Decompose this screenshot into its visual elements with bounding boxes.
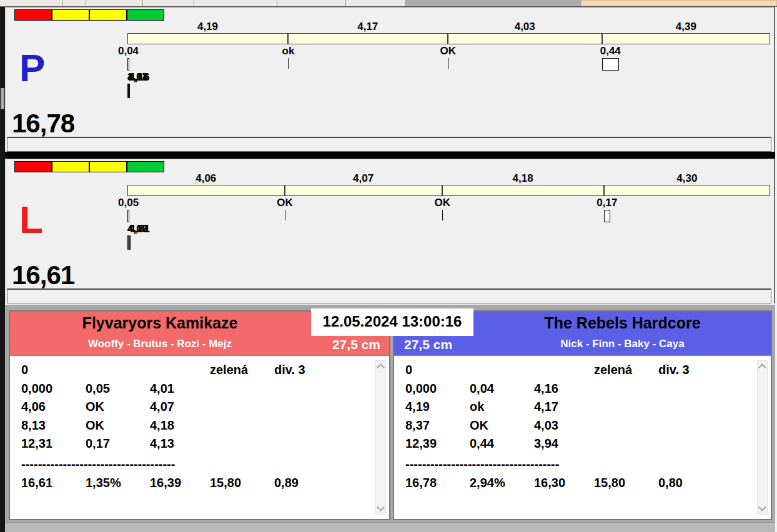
table-row: 0,000 0,05 4,01 (21, 380, 389, 398)
start-cell: 0 (405, 361, 470, 380)
leg-bar-segment (127, 235, 129, 250)
table-row: 4,19 ok 4,17 (405, 398, 771, 416)
lane-l-section: L 4,06 4,07 4,18 4,30 0,05 OK OK 0,17 4,… (5, 159, 775, 303)
change-marker (448, 58, 448, 69)
table-row: 0,000 0,04 4,16 (405, 380, 771, 398)
split-time-label: 4,17 (288, 21, 448, 32)
split-bar-segment (448, 33, 602, 44)
change-marker (285, 210, 285, 220)
split-bar-segment (288, 33, 448, 44)
split-bar-segment (602, 33, 770, 44)
results-table: 0 zelená div. 3 0,000 0,05 4,01 4,06 OK … (10, 355, 389, 519)
lane-empty-strip (7, 288, 771, 303)
lane-letter: P (19, 49, 45, 87)
traffic-light-yellow-2 (89, 161, 127, 172)
lane-empty-strip (7, 137, 771, 152)
table-separator: ------------------------------------- (21, 457, 389, 471)
change-label: ok (260, 46, 316, 57)
section-divider (5, 152, 775, 159)
leg-time-label: 4,13 (127, 224, 148, 235)
change-marker (127, 210, 129, 222)
results-table: 0 zelená div. 3 0,000 0,04 4,16 4,19 ok … (394, 355, 771, 519)
jump-height: 27,5 cm (332, 337, 380, 352)
scroll-up-icon[interactable] (377, 363, 385, 372)
change-marker (288, 58, 289, 69)
table-row: 8,13 OK 4,18 (21, 416, 389, 435)
results-area: Flyvaryors Kamikaze Wooffy - Brutus - Ro… (5, 305, 775, 532)
split-time-label: 4,19 (127, 21, 288, 32)
team-name: The Rebels Hardcore (474, 313, 771, 332)
lane-p-section: P 4,19 4,17 4,03 4,39 0,04 ok OK 0,44 4,… (5, 7, 775, 152)
split-bar-segment (604, 185, 770, 196)
strip-peach-block (581, 0, 777, 6)
traffic-light-red (14, 9, 52, 21)
scroll-down-icon[interactable] (377, 503, 385, 511)
table-row: 4,06 OK 4,07 (21, 398, 389, 416)
table-row: 12,31 0,17 4,13 (21, 435, 389, 453)
window-left-edge (0, 7, 5, 532)
team-panel-left: Flyvaryors Kamikaze Wooffy - Brutus - Ro… (9, 310, 390, 520)
scroll-down-icon[interactable] (758, 503, 766, 511)
lane-total-time: 16,78 (12, 111, 74, 137)
change-label: 0,05 (101, 197, 157, 209)
lane-total-time: 16,61 (12, 262, 74, 288)
split-bar-segment (127, 33, 288, 44)
split-time-label: 4,30 (604, 173, 770, 184)
split-time-label: 4,03 (448, 21, 602, 32)
split-time-label: 4,06 (127, 173, 285, 184)
split-bar-segment (442, 185, 604, 196)
split-bar-segment (285, 185, 442, 196)
change-marker (442, 210, 443, 220)
team-name: Flyvaryors Kamikaze (10, 313, 310, 332)
change-label: OK (420, 46, 476, 57)
strip-separator (86, 0, 86, 6)
table-scrollbar[interactable] (757, 360, 768, 515)
start-cell: 0 (21, 361, 86, 380)
division-cell: div. 3 (658, 361, 771, 380)
lane-color-cell: zelená (594, 361, 658, 380)
table-scrollbar[interactable] (375, 360, 386, 515)
lane-bar-area: 4,06 4,07 4,18 4,30 0,05 OK OK 0,17 4,01… (127, 159, 770, 259)
strip-separator (142, 0, 143, 6)
lane-bar-area: 4,19 4,17 4,03 4,39 0,04 ok OK 0,44 4,16… (127, 7, 770, 107)
leg-bar-segment (127, 84, 129, 98)
change-marker (127, 58, 129, 71)
table-info-row: 0 zelená div. 3 (405, 361, 771, 380)
change-label: OK (257, 197, 313, 209)
dog-names: Nick - Finn - Baky - Caya (474, 337, 771, 352)
change-marker (604, 210, 611, 222)
leg-bar-segment (129, 235, 131, 250)
split-time-label: 4,07 (285, 173, 442, 184)
background-window-strip (0, 0, 777, 7)
change-marker (602, 58, 619, 71)
lane-letter: L (19, 200, 43, 239)
change-label: 0,04 (101, 46, 157, 57)
change-label: 0,44 (582, 46, 638, 57)
table-totals-row: 16,61 1,35% 16,39 15,80 0,89 (21, 472, 389, 493)
traffic-light-yellow-1 (52, 9, 89, 21)
leg-bar-segment (129, 84, 130, 98)
split-time-label: 4,18 (442, 173, 604, 184)
table-info-row: 0 zelená div. 3 (21, 361, 389, 380)
split-bar-segment (127, 185, 285, 196)
table-separator: ------------------------------------- (405, 457, 771, 471)
lane-color-cell: zelená (210, 361, 274, 380)
table-row: 12,39 0,44 3,94 (405, 435, 771, 453)
strip-separator (194, 0, 194, 6)
traffic-light-red (14, 161, 52, 172)
team-panel-right: The Rebels Hardcore Nick - Finn - Baky -… (393, 310, 772, 520)
table-totals-row: 16,78 2,94% 16,30 15,80 0,80 (405, 472, 771, 493)
table-row: 8,37 OK 4,03 (405, 416, 771, 435)
change-label: 0,17 (579, 197, 635, 209)
strip-dark-block (405, 0, 581, 6)
scroll-up-icon[interactable] (758, 363, 766, 372)
edge-scroll-thumb[interactable] (1, 88, 4, 109)
split-time-label: 4,39 (602, 21, 770, 32)
jump-height: 27,5 cm (404, 337, 452, 352)
traffic-light-yellow-1 (52, 161, 89, 172)
change-label: OK (414, 197, 470, 209)
strip-separator (277, 0, 277, 6)
strip-separator (62, 0, 63, 6)
leg-time-label: 3,94 (127, 72, 148, 83)
strip-separator (345, 0, 346, 6)
